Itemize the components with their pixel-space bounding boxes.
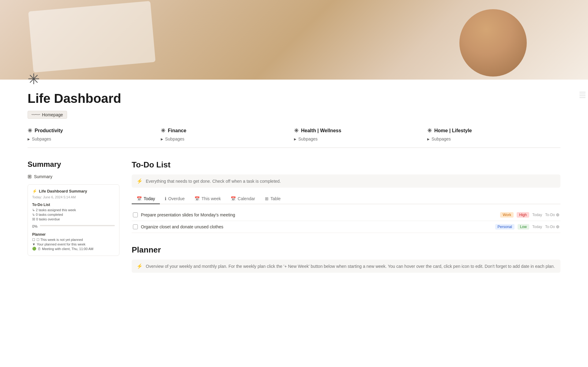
lifestyle-subpages[interactable]: ▶ Subpages bbox=[427, 137, 557, 141]
tab-today-icon: 📅 bbox=[137, 196, 142, 201]
task-priority-1: Low bbox=[518, 224, 529, 230]
page-title: Life Dashboard bbox=[28, 91, 560, 106]
tab-overdue-label: Overdue bbox=[168, 196, 185, 201]
status-dot-0 bbox=[556, 213, 559, 216]
tab-overdue[interactable]: ℹ Overdue bbox=[160, 194, 190, 204]
status-dot-1 bbox=[556, 225, 559, 228]
nav-title-productivity[interactable]: ✳ Productivity bbox=[28, 127, 158, 134]
task-text-1: Organize closet and donate unused clothe… bbox=[141, 224, 492, 229]
tab-overdue-icon: ℹ bbox=[165, 196, 166, 201]
lifestyle-label: Home | Lifestyle bbox=[434, 128, 472, 133]
tab-calendar[interactable]: 📅 Calendar bbox=[226, 194, 260, 204]
planner-sidebar-label: Planner bbox=[32, 232, 115, 237]
nav-title-health[interactable]: ✳ Health | Wellness bbox=[294, 127, 424, 134]
event-icon-2: 🟢 bbox=[32, 247, 36, 251]
task-checkbox-1[interactable] bbox=[133, 224, 138, 229]
health-icon: ✳ bbox=[294, 127, 299, 134]
task-checkbox-0[interactable] bbox=[133, 212, 138, 217]
triangle-icon-lifestyle: ▶ bbox=[427, 137, 430, 141]
planner-info-text: Overview of your weekly and monthly plan… bbox=[146, 264, 555, 269]
progress-bar bbox=[40, 225, 115, 226]
homepage-icon: 〰〰 bbox=[32, 112, 40, 117]
tab-calendar-icon: 📅 bbox=[231, 196, 236, 201]
task-text-0: Prepare presentation slides for Monday's… bbox=[141, 212, 497, 217]
finance-label: Finance bbox=[168, 128, 186, 133]
status-text-0: To-Do bbox=[545, 213, 555, 217]
scrollbar-line-3 bbox=[579, 95, 586, 96]
nav-section-lifestyle: ✳ Home | Lifestyle ▶ Subpages bbox=[427, 127, 560, 141]
task-category-1: Personal bbox=[495, 224, 514, 230]
scrollbar-line-1 bbox=[579, 92, 586, 92]
tab-table-icon: ⊞ bbox=[265, 196, 269, 201]
scrollbar-line-2 bbox=[579, 94, 586, 94]
grid-icon: ⊞ bbox=[28, 174, 32, 179]
nav-section-finance: ✳ Finance ▶ Subpages bbox=[161, 127, 294, 141]
todo-item-1: ↳ 0 tasks completed bbox=[32, 213, 115, 217]
nav-title-finance[interactable]: ✳ Finance bbox=[161, 127, 291, 134]
summary-link-label: Summary bbox=[34, 174, 52, 179]
todo-item-2: ☒ 0 tasks overdue bbox=[32, 217, 115, 221]
asterisk-icon: ✳ bbox=[28, 71, 40, 87]
todo-info-text: Everything that needs to get done. Check… bbox=[146, 179, 281, 184]
todo-section-label: To-Do List bbox=[32, 203, 115, 207]
sidebar-title: Summary bbox=[28, 160, 119, 169]
sidebar: Summary ⊞ Summary ⚡ Life Dashboard Summa… bbox=[28, 160, 119, 279]
task-category-0: Work bbox=[500, 212, 514, 218]
todo-info-icon: ⚡ bbox=[137, 178, 143, 184]
task-date-1: Today bbox=[532, 225, 542, 229]
task-date-0: Today bbox=[532, 213, 542, 217]
health-subpages[interactable]: ▶ Subpages bbox=[294, 137, 424, 141]
finance-subpages[interactable]: ▶ Subpages bbox=[161, 137, 291, 141]
nav-section-health: ✳ Health | Wellness ▶ Subpages bbox=[294, 127, 427, 141]
tab-week-icon: 📅 bbox=[194, 196, 200, 201]
summary-card-title-text: Life Dashboard Summary bbox=[39, 189, 87, 193]
productivity-icon: ✳ bbox=[28, 127, 32, 134]
nav-section-productivity: ✳ Productivity ▶ Subpages bbox=[28, 127, 161, 141]
finance-subpages-label: Subpages bbox=[165, 137, 184, 141]
scrollbar-line-4 bbox=[579, 97, 586, 98]
planner-item-1: ▼ Your planned event for this week bbox=[32, 242, 115, 246]
summary-card-date: Today: June 6, 2024 5:14 AM bbox=[32, 195, 115, 199]
todo-section-title: To-Do List bbox=[132, 160, 560, 170]
tab-today[interactable]: 📅 Today bbox=[132, 194, 160, 204]
scrollbar[interactable] bbox=[579, 92, 586, 98]
status-text-1: To-Do bbox=[545, 225, 555, 229]
triangle-icon-finance: ▶ bbox=[161, 137, 163, 141]
homepage-badge[interactable]: 〰〰 Homepage bbox=[28, 111, 67, 119]
table-row: Prepare presentation slides for Monday's… bbox=[132, 209, 560, 221]
planner-item-0: ☐ ☐ This week is not yet planned bbox=[32, 238, 115, 242]
homepage-label: Homepage bbox=[42, 112, 63, 117]
task-priority-0: High bbox=[517, 212, 529, 218]
todo-item-0: ↳ 2 tasks assigned this week bbox=[32, 208, 115, 212]
main-area: To-Do List ⚡ Everything that needs to ge… bbox=[132, 160, 560, 279]
summary-card-title: ⚡ Life Dashboard Summary bbox=[32, 189, 115, 193]
page-icon: ✳ bbox=[0, 70, 588, 88]
tab-week-label: This week bbox=[202, 196, 221, 201]
summary-card: ⚡ Life Dashboard Summary Today: June 6, … bbox=[28, 184, 119, 256]
tab-calendar-label: Calendar bbox=[238, 196, 255, 201]
progress-text: 0% bbox=[32, 224, 37, 229]
task-status-0: To-Do bbox=[545, 213, 559, 217]
table-row: Organize closet and donate unused clothe… bbox=[132, 221, 560, 233]
lifestyle-icon: ✳ bbox=[427, 127, 432, 134]
finance-icon: ✳ bbox=[161, 127, 165, 134]
expand-icon-1: ▼ bbox=[32, 242, 36, 246]
tabs-row: 📅 Today ℹ Overdue 📅 This week 📅 Calendar bbox=[132, 194, 560, 204]
tab-this-week[interactable]: 📅 This week bbox=[190, 194, 226, 204]
tab-table[interactable]: ⊞ Table bbox=[260, 194, 285, 204]
productivity-subpages[interactable]: ▶ Subpages bbox=[28, 137, 158, 141]
nav-grid: ✳ Productivity ▶ Subpages ✳ Finance ▶ Su… bbox=[28, 127, 560, 148]
tab-table-label: Table bbox=[270, 196, 281, 201]
triangle-icon-health: ▶ bbox=[294, 137, 296, 141]
productivity-subpages-label: Subpages bbox=[32, 137, 51, 141]
todo-info-box: ⚡ Everything that needs to get done. Che… bbox=[132, 174, 560, 188]
planner-item-2: 🟢 🗒 Meeting with client, Thu, 11:00 AM bbox=[32, 247, 115, 251]
sidebar-summary-link[interactable]: ⊞ Summary bbox=[28, 174, 119, 179]
planner-info-icon: ⚡ bbox=[137, 263, 143, 269]
task-status-1: To-Do bbox=[545, 225, 559, 229]
hero-banner bbox=[0, 0, 588, 80]
nav-title-lifestyle[interactable]: ✳ Home | Lifestyle bbox=[427, 127, 557, 134]
tab-today-label: Today bbox=[144, 196, 155, 201]
planner-info-box: ⚡ Overview of your weekly and monthly pl… bbox=[132, 260, 560, 273]
lifestyle-subpages-label: Subpages bbox=[432, 137, 451, 141]
